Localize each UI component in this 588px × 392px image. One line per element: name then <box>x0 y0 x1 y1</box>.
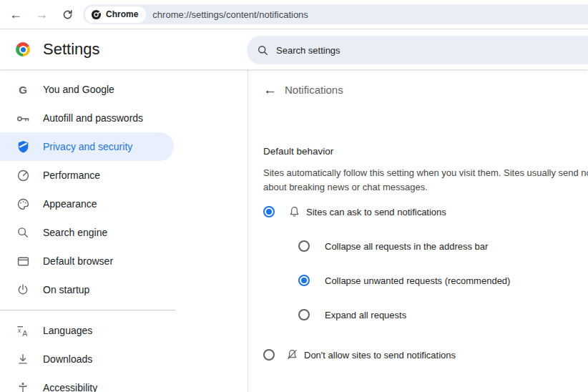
bell-icon <box>288 205 300 218</box>
browser-window-icon <box>16 255 30 268</box>
sidebar-item-label: You and Google <box>43 84 114 95</box>
search-placeholder: Search settings <box>276 45 340 56</box>
sidebar-item-on-startup[interactable]: On startup <box>0 275 174 304</box>
settings-header: Settings Search settings <box>0 29 588 69</box>
search-input[interactable]: Search settings <box>247 36 588 64</box>
magnifier-icon <box>16 226 30 239</box>
chrome-mono-icon <box>91 9 102 20</box>
download-icon <box>16 353 30 366</box>
radio-option-allow[interactable]: Sites can ask to send notifications <box>263 202 588 222</box>
sidebar-item-appearance[interactable]: Appearance <box>0 190 174 218</box>
back-icon[interactable]: ← <box>6 4 26 24</box>
app-title: Settings <box>43 29 100 69</box>
chrome-chip[interactable]: Chrome <box>85 6 146 23</box>
radio-button[interactable] <box>263 349 275 361</box>
radio-button[interactable] <box>298 240 310 252</box>
radio-option-expand-all[interactable]: Expand all requests <box>298 305 588 325</box>
sidebar-item-default-browser[interactable]: Default browser <box>0 247 174 275</box>
radio-button[interactable] <box>263 206 275 217</box>
sidebar: G You and Google Autofill and passwords … <box>0 69 248 392</box>
notifications-page: ← Notifications Default behavior Sites a… <box>249 69 588 392</box>
chrome-chip-label: Chrome <box>106 9 138 19</box>
sidebar-item-you-and-google[interactable]: G You and Google <box>0 75 174 104</box>
page-title: Notifications <box>285 84 343 96</box>
back-icon-subpage[interactable]: ← <box>263 83 276 97</box>
sidebar-item-languages[interactable]: x A Languages <box>0 316 174 345</box>
radio-option-block[interactable]: Don't allow sites to send notifications <box>263 345 588 365</box>
sidebar-item-autofill[interactable]: Autofill and passwords <box>0 104 174 132</box>
chrome-logo-icon <box>16 42 30 57</box>
omnibox[interactable]: Chrome chrome://settings/content/notific… <box>83 4 588 24</box>
browser-toolbar: ← → Chrome chrome://settings/content/not… <box>0 0 588 29</box>
sidebar-item-search-engine[interactable]: Search engine <box>0 218 174 247</box>
sidebar-item-label: Search engine <box>43 227 107 238</box>
reload-icon[interactable] <box>57 4 77 24</box>
translate-icon: x A <box>16 324 30 338</box>
radio-option-collapse-all[interactable]: Collapse all requests in the address bar <box>298 236 588 256</box>
sidebar-item-downloads[interactable]: Downloads <box>0 345 174 373</box>
svg-text:A: A <box>22 329 27 337</box>
radio-button[interactable] <box>298 275 310 286</box>
sidebar-item-label: Performance <box>43 170 100 181</box>
shield-icon <box>16 140 30 154</box>
power-icon <box>16 283 30 296</box>
sidebar-item-label: On startup <box>43 284 89 295</box>
forward-icon[interactable]: → <box>31 4 52 24</box>
radio-label: Sites can ask to send notifications <box>306 207 446 217</box>
speedometer-icon <box>16 169 30 182</box>
radio-label: Collapse all requests in the address bar <box>325 241 488 252</box>
radio-label: Expand all requests <box>325 310 406 320</box>
sidebar-item-label: Privacy and security <box>43 141 132 152</box>
sidebar-item-label: Appearance <box>43 198 97 210</box>
radio-button[interactable] <box>298 309 310 320</box>
sidebar-item-label: Default browser <box>43 255 113 267</box>
sidebar-item-performance[interactable]: Performance <box>0 161 174 190</box>
accessibility-icon <box>16 381 30 392</box>
svg-text:x: x <box>17 326 21 333</box>
search-icon <box>257 44 269 57</box>
url-text: chrome://settings/content/notifications <box>152 9 308 20</box>
key-icon <box>16 111 30 125</box>
radio-option-collapse-unwanted[interactable]: Collapse unwanted requests (recommended) <box>298 270 588 290</box>
radio-label: Collapse unwanted requests (recommended) <box>325 275 510 286</box>
sidebar-divider <box>0 310 175 310</box>
sidebar-item-privacy-security[interactable]: Privacy and security <box>0 132 174 161</box>
section-label: Default behavior <box>263 146 588 157</box>
sidebar-item-label: Accessibility <box>43 382 97 392</box>
sidebar-item-accessibility[interactable]: Accessibility <box>0 373 174 392</box>
radio-label: Don't allow sites to send notifications <box>304 350 456 361</box>
palette-icon <box>16 197 30 211</box>
sidebar-item-label: Languages <box>43 325 92 336</box>
sidebar-item-label: Downloads <box>43 353 92 365</box>
section-description-line1: Sites automatically follow this setting … <box>263 166 588 180</box>
bell-off-icon <box>286 348 298 361</box>
section-description-line2: about breaking news or chat messages. <box>263 180 588 195</box>
google-g-icon: G <box>16 84 30 95</box>
sidebar-item-label: Autofill and passwords <box>43 112 143 124</box>
